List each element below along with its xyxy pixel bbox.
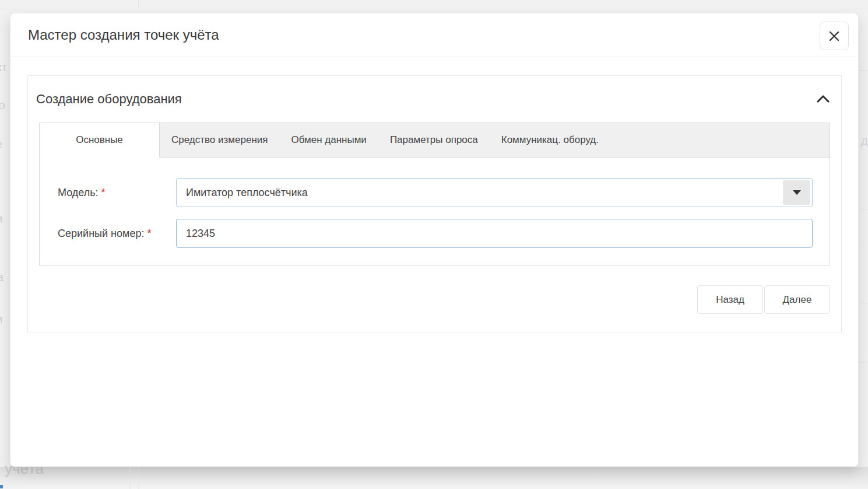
serial-number-input[interactable] xyxy=(176,219,813,248)
background-row-line xyxy=(859,70,868,71)
background-text-fragment: м xyxy=(0,213,3,225)
wizard-dialog: Мастер создания точек учёта Создание обо… xyxy=(10,13,859,467)
tab-label: Средство измерения xyxy=(171,134,268,146)
model-field-row: Модель:* xyxy=(40,178,830,207)
close-button[interactable] xyxy=(820,22,849,50)
chevron-up-icon xyxy=(816,94,831,104)
serial-label: Серийный номер:* xyxy=(58,228,151,240)
collapse-button[interactable] xyxy=(813,91,833,107)
tab-label: Обмен данными xyxy=(291,134,366,146)
background-column-border xyxy=(138,0,139,9)
model-dropdown-button[interactable] xyxy=(783,180,810,205)
background-text-fragment: ,о xyxy=(0,99,5,111)
background-accent-dot xyxy=(0,485,3,488)
caret-down-icon xyxy=(793,190,801,195)
background-text-fragment: м xyxy=(0,313,3,325)
serial-label-text: Серийный номер: xyxy=(58,228,144,239)
background-column-border xyxy=(138,467,139,489)
model-label: Модель:* xyxy=(58,187,106,199)
required-asterisk: * xyxy=(101,187,106,198)
next-button[interactable]: Далее xyxy=(764,285,830,314)
model-label-text: Модель: xyxy=(58,187,99,198)
background-row-line xyxy=(859,303,868,303)
background-row-line xyxy=(859,246,868,246)
dialog-title: Мастер создания точек учёта xyxy=(28,27,219,43)
model-combobox xyxy=(176,178,813,207)
background-text-fragment: е xyxy=(0,138,2,150)
tab-label: Основные xyxy=(76,134,123,146)
equipment-creation-panel: Создание оборудования Основные Средство … xyxy=(27,75,842,333)
tab-content: Модель:* Серийный номер:* xyxy=(39,157,830,266)
background-row-line xyxy=(859,362,868,363)
back-button[interactable]: Назад xyxy=(697,285,763,314)
panel-header: Создание оборудования xyxy=(28,76,841,123)
background-text-fragment: да xyxy=(861,134,868,148)
background-text-fragment: кт xyxy=(0,61,7,73)
tab-label: Параметры опроса xyxy=(390,134,478,146)
dialog-header: Мастер создания точек учёта xyxy=(10,13,858,57)
tab-label: Коммуникац. оборуд. xyxy=(501,134,599,146)
panel-title: Создание оборудования xyxy=(36,92,182,107)
tab-sredstvo-izmereniya[interactable]: Средство измерения xyxy=(160,123,279,157)
background-divider xyxy=(0,9,868,9)
tab-parametry-oprosa[interactable]: Параметры опроса xyxy=(378,123,490,157)
tab-osnovnye[interactable]: Основные xyxy=(40,123,160,157)
model-combobox-input[interactable] xyxy=(177,179,812,207)
wizard-button-bar: Назад Далее xyxy=(697,285,830,314)
tab-strip: Основные Средство измерения Обмен данным… xyxy=(39,123,830,157)
x-icon xyxy=(827,29,841,43)
tab-obmen-dannymi[interactable]: Обмен данными xyxy=(279,123,378,157)
tab-kommunikats-oborud[interactable]: Коммуникац. оборуд. xyxy=(490,123,610,157)
serial-field-row: Серийный номер:* xyxy=(40,219,830,248)
background-column-border xyxy=(129,467,131,489)
required-asterisk: * xyxy=(147,228,151,239)
background-row-line xyxy=(859,209,868,209)
background-text-fragment: а xyxy=(0,271,3,283)
